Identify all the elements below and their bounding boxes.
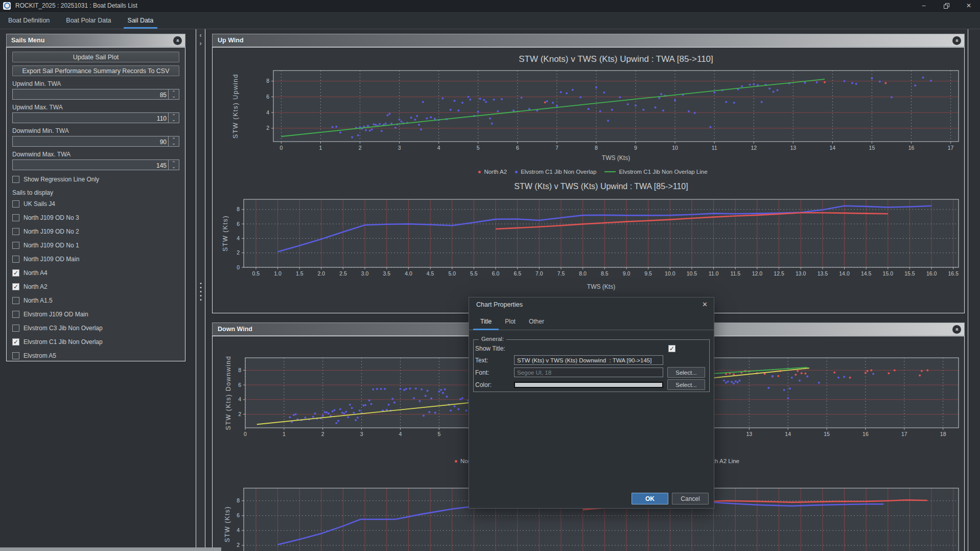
svg-text:5.5: 5.5 (470, 270, 478, 277)
checkbox-icon (12, 338, 19, 346)
legend-dot-icon (455, 460, 457, 463)
svg-text:7: 7 (555, 145, 558, 151)
sidebar-splitter[interactable]: ‹ › (196, 29, 205, 551)
dialog-close-button[interactable]: ✕ (702, 301, 708, 308)
sails-menu-collapse-button[interactable]: » (173, 36, 182, 45)
upwind-max-twa-input[interactable] (13, 113, 168, 124)
upwind-min-twa-input[interactable] (13, 89, 168, 100)
color-select-button[interactable]: Select... (667, 379, 705, 390)
ok-button[interactable]: OK (632, 493, 668, 504)
dialog-title-bar: Chart Properties ✕ (469, 297, 714, 311)
sail-checkbox-elvstrom-j109-od-main[interactable]: Elvstrom J109 OD Main (12, 307, 179, 321)
upwind-max-twa-stepper[interactable]: ⌃⌄ (12, 112, 179, 123)
minimize-button[interactable]: – (913, 0, 935, 11)
application-window: ROCKIT_2025 : 20251031 : Boat Details Li… (0, 0, 980, 551)
checkbox-icon (12, 297, 19, 304)
downwind-max-twa-stepper[interactable]: ⌃⌄ (12, 159, 179, 170)
font-input[interactable] (514, 368, 663, 377)
chevron-collapse-icon: » (175, 39, 180, 42)
svg-text:4: 4 (266, 109, 269, 116)
sails-to-display-label: Sails to display (12, 189, 179, 197)
sail-checkbox-elvstrom-c1-jib-non-overlap[interactable]: Elvstrom C1 Jib Non Overlap (12, 335, 179, 349)
downwind-min-twa-label: Downwind Min. TWA (12, 127, 179, 135)
svg-text:9: 9 (634, 145, 637, 151)
update-sail-plot-button[interactable]: Update Sail Plot (12, 52, 179, 62)
downwind-max-twa-input[interactable] (13, 160, 168, 171)
sail-checkbox-elvstrom-c3-jib-non-overlap[interactable]: Elvstrom C3 Jib Non Overlap (12, 321, 179, 335)
svg-text:17: 17 (901, 431, 907, 437)
general-group-label: General: (479, 336, 506, 342)
sail-checkbox-elvstrom-a5[interactable]: Elvstrom A5 (12, 349, 179, 362)
checkbox-icon (12, 242, 19, 249)
upwind-collapse-button[interactable]: » (952, 36, 961, 45)
restore-button[interactable] (935, 0, 958, 11)
upwind-panel-title: Up Wind (218, 37, 244, 44)
sail-checkbox-north-a1-5[interactable]: North A1.5 (12, 293, 179, 307)
color-label: Color: (475, 381, 514, 388)
font-select-button[interactable]: Select... (667, 367, 705, 378)
dialog-title: Chart Properties (476, 301, 523, 308)
svg-text:0: 0 (244, 431, 247, 437)
svg-text:6.5: 6.5 (514, 270, 521, 277)
sail-label: North J109 OD No 3 (24, 214, 79, 221)
upwind-min-twa-spin-arrows[interactable]: ⌃⌄ (168, 89, 179, 99)
sail-checkbox-north-j109-od-no-2[interactable]: North J109 OD No 2 (12, 224, 179, 238)
splitter-grip[interactable] (200, 283, 201, 301)
upwind-max-twa-spin-arrows[interactable]: ⌃⌄ (168, 113, 179, 123)
svg-text:10: 10 (672, 145, 678, 151)
downwind-min-twa-stepper[interactable]: ⌃⌄ (12, 136, 179, 147)
upwind-lines-svg: 0.51.01.52.02.53.03.54.04.55.05.56.06.57… (217, 180, 961, 303)
svg-text:0: 0 (279, 145, 283, 151)
expand-right-icon[interactable]: › (196, 39, 205, 48)
svg-text:14: 14 (785, 431, 791, 437)
dialog-tab-plot[interactable]: Plot (505, 318, 516, 330)
downwind-collapse-button[interactable]: » (952, 325, 961, 334)
tab-sail-data[interactable]: Sail Data (127, 17, 155, 29)
legend-item: North A2 (478, 169, 507, 175)
color-swatch[interactable] (514, 382, 663, 388)
show-title-checkbox[interactable] (668, 345, 675, 352)
svg-text:6: 6 (237, 221, 240, 227)
font-row: Font: Select... (475, 367, 709, 378)
downwind-min-twa-input[interactable] (13, 136, 168, 147)
app-logo-icon (3, 2, 11, 10)
sail-checkbox-north-j109-od-main[interactable]: North J109 OD Main (12, 252, 179, 266)
sail-label: North A1.5 (24, 297, 53, 304)
close-button[interactable]: ✕ (958, 0, 980, 11)
checkbox-icon (12, 311, 19, 318)
svg-text:5: 5 (437, 431, 440, 437)
svg-text:3.5: 3.5 (383, 270, 390, 277)
tab-boat-definition[interactable]: Boat Definition (7, 17, 51, 29)
show-title-row: Show Title: (475, 343, 709, 354)
dialog-tab-title[interactable]: Title (480, 318, 492, 330)
svg-text:10.0: 10.0 (665, 270, 675, 277)
svg-text:2: 2 (237, 249, 240, 256)
text-label: Text: (475, 357, 514, 364)
cancel-button[interactable]: Cancel (672, 493, 709, 504)
font-label: Font: (475, 369, 514, 376)
show-regression-checkbox[interactable]: Show Regression Line Only (12, 175, 179, 183)
dialog-tab-other[interactable]: Other (529, 318, 544, 330)
sail-checkbox-north-a2[interactable]: North A2 (12, 280, 179, 293)
checkbox-icon (12, 256, 19, 263)
legend-dot-icon (478, 171, 481, 173)
collapse-left-icon[interactable]: ‹ (196, 31, 205, 39)
downwind-min-twa-spin-arrows[interactable]: ⌃⌄ (168, 136, 179, 146)
svg-text:STW (Kts) Upwind: STW (Kts) Upwind (232, 74, 239, 139)
sail-checkbox-north-a4[interactable]: North A4 (12, 266, 179, 280)
sail-checkbox-uk-sails-j4[interactable]: UK Sails J4 (12, 197, 179, 211)
sails-menu-title: Sails Menu (11, 37, 44, 44)
sail-label: North A4 (24, 269, 48, 277)
svg-text:2.5: 2.5 (339, 270, 347, 277)
downwind-max-twa-spin-arrows[interactable]: ⌃⌄ (168, 160, 179, 170)
sail-checkbox-north-j109-od-no-3[interactable]: North J109 OD No 3 (12, 211, 179, 224)
tab-boat-polar-data[interactable]: Boat Polar Data (65, 17, 112, 29)
upwind-min-twa-stepper[interactable]: ⌃⌄ (12, 89, 179, 100)
svg-text:12.0: 12.0 (752, 270, 763, 277)
export-csv-button[interactable]: Export Sail Performance Summary Records … (12, 65, 179, 76)
svg-text:1.5: 1.5 (296, 270, 304, 277)
sail-checkbox-north-j109-od-no-1[interactable]: North J109 OD No 1 (12, 238, 179, 252)
svg-text:13: 13 (746, 431, 752, 437)
svg-text:15: 15 (869, 145, 875, 151)
title-text-input[interactable] (514, 355, 663, 365)
